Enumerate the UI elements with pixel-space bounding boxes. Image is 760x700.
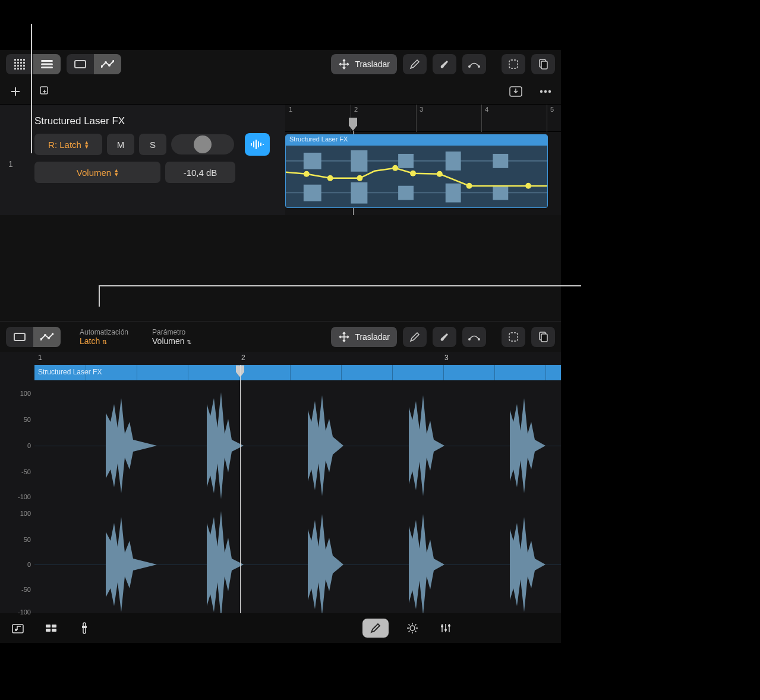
bottom-toolbar xyxy=(0,613,561,643)
region-name: Structured Laser FX xyxy=(286,135,547,146)
duplicate-icon xyxy=(39,86,51,97)
arrange-ruler[interactable]: 1 2 3 4 5 xyxy=(285,105,561,132)
automation-value[interactable]: -10,4 dB xyxy=(165,162,235,183)
pencil-icon xyxy=(370,623,381,633)
svg-rect-46 xyxy=(493,154,508,168)
editor-curve-tool-button[interactable] xyxy=(462,327,486,347)
svg-rect-43 xyxy=(351,150,367,172)
view-segment xyxy=(6,54,61,74)
pencil-icon xyxy=(409,59,420,70)
edit-mode-button[interactable] xyxy=(362,619,389,638)
editor-automation-view-button[interactable] xyxy=(33,327,61,347)
editor-waveform xyxy=(34,380,561,613)
svg-point-59 xyxy=(525,183,531,189)
editor-marquee-tool-button[interactable] xyxy=(502,327,525,347)
automation-icon xyxy=(40,333,53,341)
automation-param-select[interactable]: Volumen ▴▾ xyxy=(34,162,160,183)
mute-button[interactable]: M xyxy=(107,134,134,155)
ruler-number: 1 xyxy=(289,106,292,113)
svg-point-24 xyxy=(468,65,471,68)
brush-tool-button[interactable] xyxy=(433,54,456,74)
sliders-button[interactable] xyxy=(436,619,455,638)
svg-rect-8 xyxy=(14,65,16,67)
y-tick: -100 xyxy=(18,493,31,500)
duplicate-track-button[interactable] xyxy=(36,82,55,101)
plus-icon xyxy=(10,86,21,97)
automation-view-button[interactable] xyxy=(94,54,121,74)
svg-rect-72 xyxy=(46,625,51,628)
svg-rect-51 xyxy=(493,186,508,200)
volume-fader[interactable] xyxy=(171,134,234,154)
svg-point-90 xyxy=(441,625,443,628)
editor-automation-select[interactable]: Automatización Latch ⇅ xyxy=(80,329,128,345)
svg-rect-48 xyxy=(351,182,367,204)
track-header[interactable]: 1 Structured Laser FX R: Latch ▴▾ M S Vo… xyxy=(0,105,285,215)
arrange-lane[interactable]: 1 2 3 4 5 Structured Laser FX xyxy=(285,105,561,215)
editor-region-name: Structured Laser FX xyxy=(38,368,102,376)
add-track-button[interactable] xyxy=(6,82,25,101)
editor-ruler[interactable]: 1 2 3 xyxy=(34,352,561,365)
editor-brush-tool-button[interactable] xyxy=(433,327,456,347)
svg-line-83 xyxy=(409,625,410,626)
automation-mode-select[interactable]: R: Latch ▴▾ xyxy=(34,134,102,155)
region-view-button[interactable] xyxy=(67,54,94,74)
audio-track-icon-button[interactable] xyxy=(245,133,270,156)
editor-waveform-area[interactable]: Structured Laser FX xyxy=(34,365,561,613)
marquee-icon xyxy=(508,332,519,342)
ruler-number: 5 xyxy=(550,106,554,113)
ruler-number: 3 xyxy=(420,106,423,113)
region-waveform xyxy=(286,146,547,208)
audio-editor[interactable]: 1 2 3 100 50 0 -50 -100 100 50 0 -50 -10… xyxy=(0,352,561,613)
svg-rect-49 xyxy=(398,186,414,200)
select-arrows-icon: ⇅ xyxy=(187,339,191,345)
svg-rect-73 xyxy=(52,625,56,628)
svg-rect-77 xyxy=(82,626,87,628)
y-tick: -100 xyxy=(18,608,31,616)
svg-point-25 xyxy=(478,65,480,68)
marquee-tool-button[interactable] xyxy=(502,54,525,74)
svg-point-56 xyxy=(410,171,416,176)
move-tool-label: Trasladar xyxy=(355,59,390,69)
editor-param-select[interactable]: Parámetro Volumen ⇅ xyxy=(152,329,191,345)
y-tick: 100 xyxy=(20,510,31,517)
mixer-icon xyxy=(45,624,57,632)
settings-button[interactable] xyxy=(403,619,422,638)
audio-region[interactable]: Structured Laser FX xyxy=(285,134,548,208)
fader-knob[interactable] xyxy=(194,135,212,153)
select-arrows-icon: ▴▾ xyxy=(85,140,89,149)
svg-rect-44 xyxy=(398,154,414,168)
editor-move-tool-button[interactable]: Trasladar xyxy=(331,327,397,347)
fader-icon xyxy=(80,622,89,634)
move-tool-button[interactable]: Trasladar xyxy=(331,54,397,74)
move-icon xyxy=(338,331,350,343)
callout-line xyxy=(99,285,581,286)
svg-point-52 xyxy=(304,171,310,177)
curve-tool-button[interactable] xyxy=(462,54,486,74)
inspector-button[interactable] xyxy=(75,619,94,638)
editor-playhead[interactable] xyxy=(240,365,241,613)
svg-point-33 xyxy=(548,90,551,92)
svg-point-21 xyxy=(105,61,107,64)
editor-automation-value: Latch xyxy=(80,336,100,346)
copy-button[interactable] xyxy=(531,54,555,74)
grid-view-button[interactable] xyxy=(6,54,33,74)
sub-toolbar xyxy=(0,78,561,105)
editor-region-view-button[interactable] xyxy=(6,327,33,347)
more-button[interactable] xyxy=(536,82,555,101)
editor-move-tool-label: Trasladar xyxy=(355,332,390,342)
copy-icon xyxy=(538,59,548,70)
brush-icon xyxy=(439,332,450,342)
import-icon xyxy=(509,86,522,97)
list-view-button[interactable] xyxy=(33,54,61,74)
solo-button[interactable]: S xyxy=(139,134,166,155)
svg-point-92 xyxy=(448,625,450,627)
pencil-tool-button[interactable] xyxy=(403,54,427,74)
svg-rect-6 xyxy=(20,62,22,64)
mixer-button[interactable] xyxy=(42,619,61,638)
y-tick: 50 xyxy=(24,536,31,543)
editor-copy-button[interactable] xyxy=(531,327,555,347)
library-button[interactable] xyxy=(8,619,27,638)
import-button[interactable] xyxy=(506,82,525,101)
list-icon xyxy=(41,60,53,68)
editor-pencil-tool-button[interactable] xyxy=(403,327,427,347)
